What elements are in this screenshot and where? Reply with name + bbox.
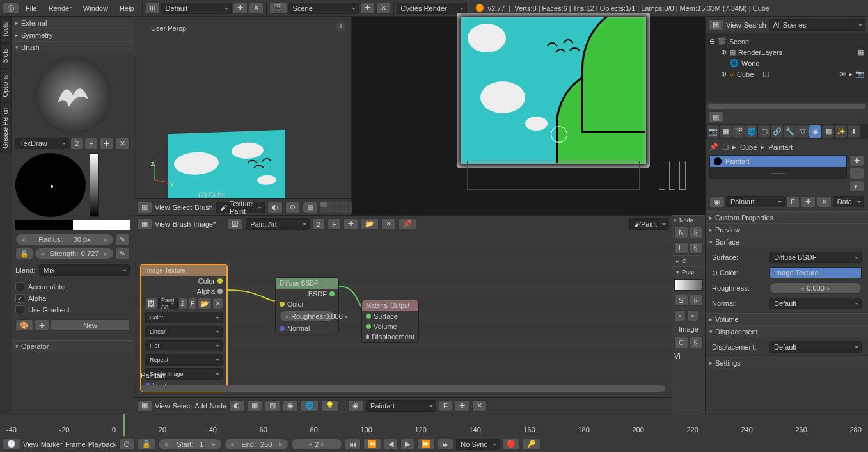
- ptab-texture[interactable]: ▩: [822, 125, 834, 138]
- mat-add[interactable]: ✚: [801, 196, 816, 207]
- jump-start-icon[interactable]: ⏮: [345, 439, 361, 450]
- tl-frame[interactable]: Frame: [65, 440, 86, 448]
- rough-field[interactable]: 0.000: [769, 282, 862, 294]
- nside-prop[interactable]: Prop: [672, 266, 705, 277]
- palette-icon[interactable]: 🎨: [15, 319, 33, 331]
- normal-dd[interactable]: Default: [769, 298, 862, 309]
- next-key-icon[interactable]: ⏩: [417, 439, 435, 450]
- cur-frame[interactable]: 2: [291, 439, 342, 450]
- radius-field[interactable]: Radius:30 px: [15, 234, 114, 245]
- material-slot-list[interactable]: Paintart ═══: [709, 155, 847, 179]
- strength-lock-icon[interactable]: 🔒: [15, 248, 33, 259]
- ptab-layers[interactable]: ▦: [720, 125, 732, 138]
- panel-surface[interactable]: Surface: [706, 236, 868, 248]
- editor-type-timeline-icon[interactable]: 🕐: [3, 439, 20, 450]
- uv-view[interactable]: View: [155, 220, 170, 228]
- outliner-filter[interactable]: All Scenes: [769, 19, 865, 31]
- tl-view[interactable]: View: [23, 440, 38, 448]
- ptab-modifier[interactable]: 🔧: [784, 125, 796, 138]
- panel-operator[interactable]: Operator: [12, 340, 134, 352]
- node-img-browse[interactable]: 🖼: [145, 298, 157, 309]
- pivot-icon[interactable]: ⊙: [285, 202, 300, 213]
- node-canvas[interactable]: Image Texture Color Alpha 🖼 Paint Art 2 …: [134, 232, 672, 383]
- blend-dropdown[interactable]: Mix: [39, 264, 130, 276]
- node-mat-name[interactable]: Paintart: [366, 400, 436, 412]
- ptab-world[interactable]: 🌐: [745, 125, 757, 138]
- property-tabs[interactable]: 📷 ▦ 🎬 🌐 ▢ 🔗 🔧 ▽ ◉ ▩ ✨ ⬇: [706, 124, 868, 139]
- palette-add[interactable]: ✚: [35, 319, 49, 331]
- strength-field[interactable]: Strength:0.727: [35, 248, 114, 259]
- vtab-slots[interactable]: Slots: [0, 43, 12, 69]
- menu-window[interactable]: Window: [78, 2, 113, 15]
- mode-dropdown[interactable]: 🖌Texture Paint: [216, 202, 265, 213]
- tree-type-shader-icon[interactable]: ◐: [229, 400, 244, 412]
- layout-del[interactable]: ✕: [249, 3, 264, 14]
- view-expand-icon[interactable]: +: [336, 22, 346, 32]
- shader-lamp-icon[interactable]: 💡: [321, 400, 339, 412]
- brush-unlink[interactable]: ✕: [115, 138, 130, 149]
- mat-unlink[interactable]: ✕: [817, 196, 832, 207]
- node-mat-unlink[interactable]: ✕: [472, 400, 487, 412]
- brush-preview[interactable]: [35, 57, 111, 134]
- outliner-tree[interactable]: ⊖🎬Scene ⊕▦RenderLayers▦ 🌐World ⊕▽Cube◫👁▸…: [706, 33, 868, 102]
- panel-volume[interactable]: Volume: [706, 313, 868, 325]
- autokey-icon[interactable]: 🔴: [502, 439, 520, 450]
- ptab-particles[interactable]: ✨: [835, 125, 847, 138]
- scene-add[interactable]: ✚: [360, 3, 375, 14]
- scene-dropdown[interactable]: Scene: [288, 3, 359, 14]
- play-icon[interactable]: ▶: [400, 439, 414, 450]
- image-fake[interactable]: F: [327, 218, 341, 230]
- image-unlink[interactable]: ✕: [381, 218, 396, 230]
- panel-preview[interactable]: Preview: [706, 223, 868, 236]
- node-select[interactable]: Select: [173, 402, 193, 410]
- shader-world-icon[interactable]: 🌐: [301, 400, 319, 412]
- ptab-data[interactable]: ▽: [796, 125, 809, 138]
- editor-type-node-icon[interactable]: ▦: [137, 400, 152, 412]
- image-open[interactable]: 📂: [361, 218, 379, 230]
- brush-fake[interactable]: F: [84, 138, 98, 149]
- palette-new[interactable]: New: [51, 319, 130, 331]
- jump-end-icon[interactable]: ⏭: [438, 439, 454, 450]
- tl-range-icon[interactable]: ⏱: [119, 439, 135, 450]
- play-rev-icon[interactable]: ◀: [384, 439, 398, 450]
- ptab-scene[interactable]: 🎬: [732, 125, 745, 138]
- layout-add[interactable]: ✚: [233, 3, 248, 14]
- nside-color[interactable]: C: [672, 255, 705, 266]
- node-mat-fake[interactable]: F: [439, 400, 452, 412]
- layout-dropdown[interactable]: Default: [161, 3, 232, 14]
- layers-icon[interactable]: ▦: [303, 202, 318, 213]
- engine-dropdown[interactable]: Cycles Render: [397, 3, 467, 14]
- ptab-constraint[interactable]: 🔗: [771, 125, 783, 138]
- panel-disp[interactable]: Displacement: [706, 325, 868, 337]
- tree-type-comp-icon[interactable]: ▦: [247, 400, 262, 412]
- ptab-object[interactable]: ▢: [758, 125, 770, 138]
- mat-fake[interactable]: F: [786, 196, 800, 207]
- vp3d-brush[interactable]: Brush: [194, 204, 213, 211]
- panel-external[interactable]: External: [12, 17, 134, 29]
- image-name[interactable]: Paint Art: [246, 218, 310, 230]
- slot-menu[interactable]: ▾: [849, 181, 864, 192]
- panel-brush[interactable]: Brush: [12, 41, 134, 53]
- mat-link[interactable]: Data: [833, 196, 864, 207]
- disp-dd[interactable]: Default: [769, 341, 862, 353]
- tree-type-tex-icon[interactable]: ▧: [265, 400, 280, 412]
- bc-mat[interactable]: Paintart: [768, 143, 793, 151]
- menu-render[interactable]: Render: [43, 2, 77, 15]
- shader-obj-icon[interactable]: ◉: [283, 400, 298, 412]
- outliner-view[interactable]: View: [726, 21, 741, 29]
- image-users[interactable]: 2: [312, 218, 325, 230]
- outliner-search[interactable]: Search: [744, 21, 766, 29]
- node-view[interactable]: View: [155, 402, 170, 410]
- panel-settings[interactable]: Settings: [706, 357, 868, 369]
- scene-del[interactable]: ✕: [376, 3, 391, 14]
- editor-type-uv-icon[interactable]: ▦: [137, 218, 152, 230]
- uv-mode[interactable]: 🖌 Paint: [629, 218, 669, 230]
- vtab-options[interactable]: Options: [0, 69, 12, 102]
- node-diffuse-bsdf[interactable]: Diffuse BSDF BSDF Color Roughnes:0.000 N…: [275, 277, 339, 334]
- strength-pressure-icon[interactable]: ✎: [115, 248, 130, 259]
- vp3d-select[interactable]: Select: [173, 204, 193, 211]
- tl-lock-icon[interactable]: 🔒: [138, 439, 155, 450]
- node-scrollbar[interactable]: [141, 385, 665, 392]
- gradient-check[interactable]: [15, 305, 24, 314]
- image-add[interactable]: ✚: [343, 218, 358, 230]
